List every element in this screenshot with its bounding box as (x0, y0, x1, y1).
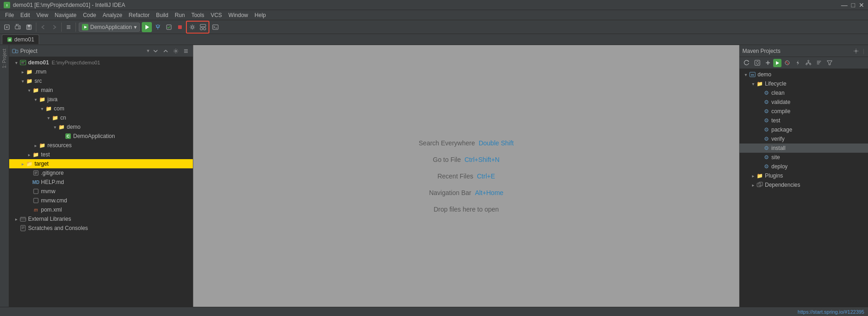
maven-label-demo: demo (758, 71, 771, 78)
collapse-all-button[interactable] (151, 47, 160, 55)
maven-item-plugins[interactable]: ▸ 📁 Plugins (740, 171, 868, 180)
svg-line-19 (156, 25, 156, 26)
status-right-link[interactable]: https://start.spring.io/#122395 (798, 309, 864, 315)
menu-window[interactable]: Window (225, 11, 251, 19)
tree-label-demo-folder: demo (67, 124, 81, 130)
stop-button[interactable] (175, 22, 185, 32)
run-button[interactable] (142, 22, 152, 32)
new-project-button[interactable] (2, 22, 12, 32)
tree-item-ext-libraries[interactable]: ▸ External Libraries (9, 214, 193, 224)
menu-tools[interactable]: Tools (188, 11, 208, 19)
maven-item-package[interactable]: ⚙ package (740, 125, 868, 134)
tree-item-scratches[interactable]: Scratches and Consoles (9, 224, 193, 233)
maven-skip-tests-button[interactable] (782, 58, 792, 68)
tree-item-demo01[interactable]: ▾ demo01 E:\myProject\demo01 (9, 58, 193, 67)
menu-run[interactable]: Run (172, 11, 188, 19)
tree-item-demo-folder[interactable]: ▾ 📁 demo (9, 122, 193, 132)
maven-refresh-button[interactable] (741, 58, 752, 68)
tab-demo01[interactable]: d demo01 (2, 34, 39, 44)
maven-item-test[interactable]: ⚙ test (740, 116, 868, 125)
menu-code[interactable]: Code (80, 11, 99, 19)
close-button[interactable]: ✕ (859, 1, 864, 9)
tree-item-com[interactable]: ▾ 📁 com (9, 104, 193, 113)
run-config-dropdown[interactable]: DemoApplication ▾ (79, 23, 140, 32)
structure-button[interactable] (64, 22, 74, 32)
tree-item-pomxml[interactable]: m pom.xml (9, 205, 193, 214)
maven-add-button[interactable] (763, 58, 773, 68)
tree-item-cn[interactable]: ▾ 📁 cn (9, 113, 193, 122)
project-toolbar-button[interactable] (182, 47, 190, 55)
window-title: demo01 [E:\myProject\demo01] - IntelliJ … (13, 2, 125, 8)
maven-filter-button[interactable] (824, 58, 834, 68)
tree-label-pomxml: pom.xml (41, 207, 62, 213)
maven-item-dependencies[interactable]: ▸ Dependencies (740, 180, 868, 190)
tree-item-java[interactable]: ▾ 📁 java (9, 95, 193, 104)
menu-file[interactable]: File (2, 11, 17, 19)
project-settings-button[interactable] (172, 47, 180, 55)
tree-item-mvnwcmd[interactable]: mvnw.cmd (9, 196, 193, 205)
maven-item-validate[interactable]: ⚙ validate (740, 98, 868, 107)
tree-path-demo01: E:\myProject\demo01 (52, 60, 100, 65)
debug-button[interactable] (153, 22, 163, 32)
menu-refactor[interactable]: Refactor (126, 11, 153, 19)
svg-text:I: I (6, 3, 7, 7)
tree-item-main[interactable]: ▾ 📁 main (9, 86, 193, 95)
maven-item-deploy[interactable]: ⚙ deploy (740, 162, 868, 171)
minimize-button[interactable]: — (841, 1, 848, 9)
save-all-button[interactable] (24, 22, 34, 32)
tree-item-helpmd[interactable]: MD HELP.md (9, 178, 193, 187)
tree-item-test[interactable]: ▸ 📁 test (9, 150, 193, 159)
menu-build[interactable]: Build (153, 11, 172, 19)
tree-item-mvn[interactable]: ▸ 📁 .mvn (9, 67, 193, 76)
open-button[interactable] (13, 22, 23, 32)
tree-item-mvnw[interactable]: mvnw (9, 187, 193, 196)
svg-rect-22 (178, 25, 182, 29)
tree-item-gitignore[interactable]: .gitignore (9, 168, 193, 178)
menu-view[interactable]: View (33, 11, 52, 19)
menu-help[interactable]: Help (251, 11, 269, 19)
back-button[interactable] (38, 22, 48, 32)
forward-button[interactable] (49, 22, 59, 32)
tree-item-src[interactable]: ▾ 📁 src (9, 76, 193, 86)
menu-navigate[interactable]: Navigate (52, 11, 80, 19)
maven-reimport-button[interactable] (752, 58, 762, 68)
maven-item-lifecycle[interactable]: ▾ 📁 Lifecycle (740, 79, 868, 88)
menu-analyze[interactable]: Analyze (99, 11, 126, 19)
svg-marker-15 (145, 25, 149, 29)
coverage-button[interactable] (164, 22, 174, 32)
folder-icon-com: 📁 (45, 105, 52, 112)
maximize-button[interactable]: □ (851, 1, 855, 9)
layout-button[interactable] (198, 22, 208, 32)
tree-label-test: test (41, 151, 50, 158)
maven-settings-button[interactable] (852, 47, 860, 55)
terminal-button[interactable] (210, 22, 220, 32)
svg-rect-47 (34, 198, 38, 203)
window-controls[interactable]: — □ ✕ (841, 1, 864, 9)
svg-marker-58 (748, 60, 749, 62)
project-panel-dropdown[interactable]: ▾ (147, 48, 150, 54)
maven-item-site[interactable]: ⚙ site (740, 153, 868, 162)
app-icon: I (4, 2, 10, 8)
maven-item-install[interactable]: ⚙ install (740, 144, 868, 153)
folder-icon-resources: 📁 (39, 142, 46, 149)
maven-bolt-button[interactable] (793, 58, 803, 68)
maven-label-verify: verify (771, 136, 785, 142)
project-panel-icon (12, 48, 18, 54)
menu-vcs[interactable]: VCS (208, 11, 226, 19)
menu-edit[interactable]: Edit (17, 11, 33, 19)
maven-sort-button[interactable] (814, 58, 824, 68)
maven-item-demo[interactable]: ▾ m demo (740, 70, 868, 79)
main-layout: 1: Project Project ▾ (0, 45, 868, 307)
project-strip-label[interactable]: 1: Project (1, 47, 8, 70)
maven-item-compile[interactable]: ⚙ compile (740, 107, 868, 116)
maven-item-verify[interactable]: ⚙ verify (740, 134, 868, 144)
maven-item-clean[interactable]: ⚙ clean (740, 88, 868, 98)
tree-item-demoapplication[interactable]: C DemoApplication (9, 132, 193, 141)
expand-all-button[interactable] (162, 47, 170, 55)
tree-item-target[interactable]: ▸ 📁 target (9, 159, 193, 168)
settings-button[interactable] (187, 22, 197, 32)
maven-tree-button[interactable] (803, 58, 813, 68)
maven-run-button[interactable] (773, 59, 781, 67)
hint-text-drop: Drop files here to open (434, 206, 499, 213)
tree-item-resources[interactable]: ▸ 📁 resources (9, 141, 193, 150)
